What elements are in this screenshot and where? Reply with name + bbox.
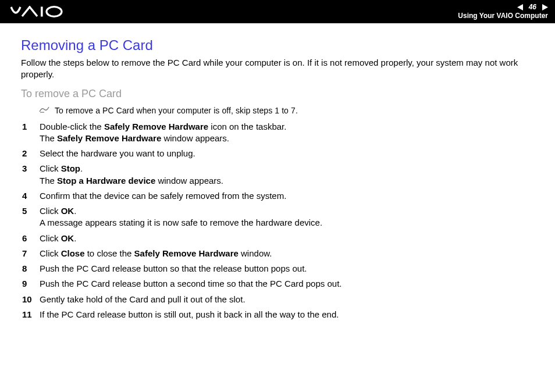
page-number: 46 — [529, 3, 536, 11]
step-bold: Stop — [61, 163, 80, 173]
step-6: Click OK. — [21, 233, 534, 244]
section-title: Using Your VAIO Computer — [458, 12, 548, 20]
step-bold: Safely Remove Hardware — [134, 248, 239, 258]
step-text: Gently take hold of the Card and pull it… — [40, 294, 534, 305]
vaio-logo — [10, 6, 66, 17]
step-text: Select the hardware you want to unplug. — [40, 148, 534, 159]
step-11: If the PC Card release button is still o… — [21, 309, 534, 320]
note-block: To remove a PC Card when your computer i… — [38, 106, 534, 116]
step-text: window appears. — [161, 133, 229, 143]
step-7: Click Close to close the Safely Remove H… — [21, 248, 534, 259]
next-page-arrow-icon[interactable] — [540, 4, 548, 10]
step-bold: Stop a Hardware device — [57, 176, 155, 186]
step-1: Double-click the Safely Remove Hardware … — [21, 121, 534, 145]
step-text: Confirm that the device can be safely re… — [40, 190, 534, 202]
step-text: The — [40, 176, 57, 186]
step-text: Click — [40, 248, 61, 258]
svg-marker-3 — [542, 4, 548, 10]
step-text: Click — [40, 233, 61, 243]
step-text: window appears. — [155, 176, 223, 186]
step-bold: Safely Remove Hardware — [57, 133, 161, 143]
page-header: 46 Using Your VAIO Computer — [0, 0, 555, 23]
step-10: Gently take hold of the Card and pull it… — [21, 294, 534, 305]
step-text: window. — [239, 248, 272, 258]
step-8: Push the PC Card release button so that … — [21, 263, 534, 275]
svg-marker-2 — [517, 4, 523, 10]
step-4: Confirm that the device can be safely re… — [21, 190, 534, 202]
page-title: Removing a PC Card — [21, 37, 534, 54]
step-2: Select the hardware you want to unplug. — [21, 148, 534, 159]
prev-page-arrow-icon[interactable] — [517, 4, 525, 10]
step-text: The — [40, 133, 57, 143]
svg-point-1 — [47, 7, 62, 17]
step-text: Click — [40, 206, 61, 216]
step-text: . — [80, 163, 83, 173]
step-bold: OK — [61, 206, 74, 216]
page-content: Removing a PC Card Follow the steps belo… — [0, 23, 555, 320]
subheading: To remove a PC Card — [21, 88, 534, 100]
step-text: Double-click the — [40, 122, 104, 131]
header-right: 46 Using Your VAIO Computer — [458, 3, 548, 19]
step-5: Click OK. A message appears stating it i… — [21, 205, 534, 229]
step-text: . — [74, 233, 76, 243]
note-icon — [38, 105, 50, 116]
steps-list: Double-click the Safely Remove Hardware … — [21, 121, 534, 321]
svg-rect-0 — [41, 7, 43, 17]
step-bold: Close — [61, 248, 85, 258]
step-bold: OK — [61, 233, 74, 243]
step-bold: Safely Remove Hardware — [104, 122, 208, 131]
page-navigator: 46 — [517, 3, 548, 11]
step-text: Push the PC Card release button a second… — [40, 278, 534, 290]
step-text: . — [74, 206, 76, 216]
svg-rect-4 — [40, 112, 44, 112]
note-text: To remove a PC Card when your computer i… — [55, 106, 298, 115]
step-text: Push the PC Card release button so that … — [40, 263, 534, 275]
step-text: to close the — [85, 248, 134, 258]
step-text: Click — [40, 163, 61, 173]
intro-text: Follow the steps below to remove the PC … — [21, 57, 534, 81]
step-text: A message appears stating it is now safe… — [40, 217, 534, 229]
step-text: If the PC Card release button is still o… — [40, 309, 534, 320]
step-9: Push the PC Card release button a second… — [21, 278, 534, 290]
step-3: Click Stop. The Stop a Hardware device w… — [21, 163, 534, 187]
step-text: icon on the taskbar. — [208, 122, 286, 131]
